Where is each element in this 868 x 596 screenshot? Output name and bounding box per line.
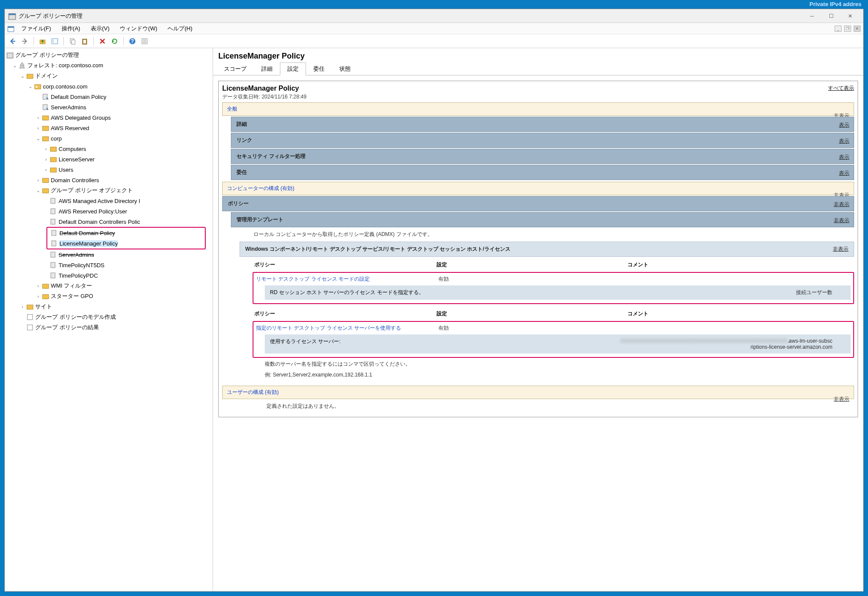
tree-item[interactable]: AWS Reserved Policy:User [6,206,212,216]
tab-settings[interactable]: 設定 [280,62,306,75]
menu-help[interactable]: ヘルプ(H) [163,23,197,34]
section-detail[interactable]: 詳細表示 [231,117,854,132]
toggle-link[interactable]: 非表示 [834,201,849,208]
section-general[interactable]: 全般 非表示 [222,102,854,116]
up-button[interactable] [37,36,48,46]
tab-scope[interactable]: スコープ [217,62,254,75]
collapse-icon[interactable]: ⌄ [35,188,41,193]
tree-item[interactable]: Default Domain Policy [47,228,205,238]
rds-path-header[interactable]: Windows コンポーネント/リモート デスクトップ サービス/リモート デス… [240,242,854,257]
toggle-link[interactable]: 非表示 [834,217,849,224]
svg-rect-41 [27,305,33,309]
forward-button[interactable] [20,36,30,46]
mdi-minimize-button[interactable]: _ [835,26,842,32]
collapse-icon[interactable]: ⌄ [27,84,33,89]
tree-gpmodel[interactable]: グループ ポリシーのモデル作成 [6,312,212,322]
expand-icon[interactable]: › [35,126,41,131]
folder-icon [42,293,49,300]
policy-link[interactable]: リモート デスクトップ ライセンス モードの設定 有効 [254,274,852,285]
tree-item[interactable]: ›WMI フィルター [6,281,212,291]
expand-icon[interactable]: › [35,115,41,120]
properties-button[interactable] [139,36,150,46]
copy-button[interactable] [67,36,78,46]
menu-view[interactable]: 表示(V) [86,23,114,34]
expand-icon[interactable]: › [43,147,49,151]
tree-item[interactable]: ⌄corp [6,133,212,144]
nav-tree[interactable]: グループ ポリシーの管理 ⌄フォレスト: corp.contoso.com ⌄ド… [5,48,213,591]
minimize-button[interactable]: ─ [802,10,822,22]
close-button[interactable]: ✕ [841,10,860,22]
tab-delegation[interactable]: 委任 [306,62,332,75]
tab-details[interactable]: 詳細 [254,62,280,75]
tree-item[interactable]: ›Computers [6,144,212,154]
tree-forest[interactable]: ⌄フォレスト: corp.contoso.com [6,60,212,71]
expand-icon[interactable]: › [35,178,41,183]
tree-item[interactable]: Default Domain Policy [6,92,212,102]
help-button[interactable]: ? [127,36,138,46]
expand-icon[interactable]: › [35,294,41,299]
mdi-close-button[interactable]: ✕ [854,26,861,32]
expand-icon[interactable]: › [20,305,26,309]
section-secfilter[interactable]: セキュリティ フィルター処理表示 [231,149,854,164]
expand-icon[interactable]: › [43,157,49,162]
collapse-icon[interactable]: ⌄ [12,63,18,68]
tree-item[interactable]: ›スターター GPO [6,291,212,301]
tree-item[interactable]: Default Domain Controllers Polic [6,216,212,227]
section-admintmpl[interactable]: 管理用テンプレート非表示 [231,212,854,227]
expand-icon[interactable]: › [35,284,41,288]
back-button[interactable] [7,36,18,46]
menu-file[interactable]: ファイル(F) [17,23,56,34]
tree-domain[interactable]: ⌄corp.contoso.com [6,81,212,92]
svg-rect-36 [51,252,55,257]
folder-icon [42,187,49,194]
refresh-button[interactable] [109,36,120,46]
tree-gpo-container[interactable]: ⌄グループ ポリシー オブジェクト [6,185,212,196]
expand-icon[interactable]: › [43,167,49,172]
toggle-link[interactable]: 表示 [839,138,849,145]
collapse-icon[interactable]: ⌄ [20,74,26,79]
gpmc-icon [7,52,13,59]
gpo-icon [50,208,57,215]
tree-item[interactable]: ›Users [6,164,212,175]
tree-root[interactable]: グループ ポリシーの管理 [6,50,212,60]
ou-icon [42,114,49,121]
menu-window[interactable]: ウィンドウ(W) [115,23,161,34]
tree-item[interactable]: TimePolicyNT5DS [6,260,212,270]
tree-sites[interactable]: ›サイト [6,301,212,312]
show-hide-tree-button[interactable] [49,36,60,46]
toggle-link[interactable]: 表示 [839,170,849,177]
show-all-link[interactable]: すべて表示 [828,85,854,92]
tree-item[interactable]: ›AWS Reserved [6,123,212,133]
tab-status[interactable]: 状態 [332,62,358,75]
toggle-link[interactable]: 表示 [839,154,849,161]
ou-icon [50,166,57,173]
tree-item[interactable]: ›AWS Delegated Groups [6,112,212,123]
section-delegation[interactable]: 委任表示 [231,165,854,180]
policy-note: 複数のサーバー名を指定するにはコンマで区切ってください。 [253,359,854,370]
mdi-restore-button[interactable]: ❐ [844,26,851,32]
menu-action[interactable]: 操作(A) [57,23,85,34]
delete-button[interactable] [97,36,108,46]
tree-item[interactable]: TimePolicyPDC [6,270,212,281]
section-compcfg[interactable]: コンピューターの構成 (有効) 非表示 [222,182,854,195]
svg-rect-26 [50,147,56,151]
toggle-link[interactable]: 非表示 [834,396,849,403]
paste-button[interactable] [79,36,90,46]
tree-item[interactable]: AWS Managed Active Directory I [6,196,212,206]
titlebar[interactable]: グループ ポリシーの管理 ─ ☐ ✕ [5,9,863,23]
tree-item[interactable]: ServerAdmins [6,102,212,112]
tree-gpresult[interactable]: グループ ポリシーの結果 [6,322,212,333]
section-links[interactable]: リンク表示 [231,133,854,148]
tree-domains[interactable]: ⌄ドメイン [6,71,212,81]
tree-item[interactable]: ServerAdmins [6,249,212,260]
policy-link[interactable]: 指定のリモート デスクトップ ライセンス サーバーを使用する 有効 [254,323,852,334]
section-usercfg[interactable]: ユーザーの構成 (有効) 非表示 [222,386,854,399]
collapse-icon[interactable]: ⌄ [35,136,41,141]
section-policies[interactable]: ポリシー非表示 [222,196,854,211]
toggle-link[interactable]: 表示 [839,121,849,129]
maximize-button[interactable]: ☐ [822,10,841,22]
tree-item[interactable]: ›Domain Controllers [6,175,212,185]
tree-item[interactable]: ›LicenseServer [6,154,212,164]
tree-item-selected[interactable]: LicenseManager Policy [47,238,205,249]
toggle-link[interactable]: 非表示 [833,246,848,253]
